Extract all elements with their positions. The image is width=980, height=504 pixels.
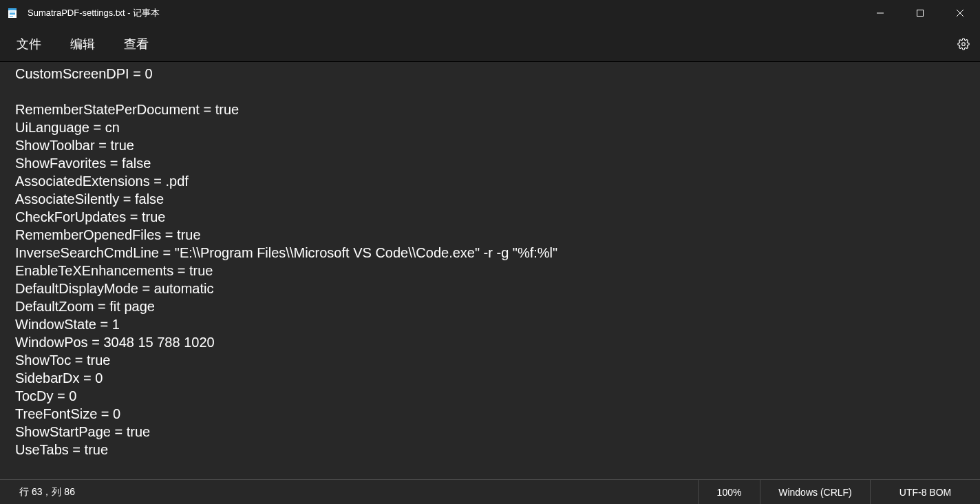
status-bar: 行 63，列 86 100% Windows (CRLF) UTF-8 BOM — [0, 479, 980, 504]
title-bar: SumatraPDF-settings.txt - 记事本 — [0, 0, 980, 26]
status-line-ending[interactable]: Windows (CRLF) — [760, 480, 870, 504]
svg-rect-5 — [10, 16, 13, 17]
menu-edit[interactable]: 编辑 — [63, 32, 102, 56]
status-encoding[interactable]: UTF-8 BOM — [870, 480, 980, 504]
close-button[interactable] — [940, 0, 980, 26]
menu-file[interactable]: 文件 — [10, 32, 48, 56]
status-zoom[interactable]: 100% — [698, 480, 760, 504]
window-controls — [860, 0, 980, 26]
status-position[interactable]: 行 63，列 86 — [0, 486, 75, 498]
settings-button[interactable] — [947, 26, 980, 61]
menu-bar: 文件 编辑 查看 — [0, 26, 980, 62]
svg-rect-1 — [8, 8, 17, 10]
svg-rect-3 — [10, 13, 15, 14]
svg-point-10 — [962, 42, 966, 45]
svg-rect-2 — [10, 12, 15, 12]
text-editor[interactable]: CustomScreenDPI = 0 RememberStatePerDocu… — [0, 62, 980, 479]
window-title: SumatraPDF-settings.txt - 记事本 — [28, 7, 160, 19]
svg-rect-4 — [10, 14, 15, 15]
menu-view[interactable]: 查看 — [117, 32, 156, 56]
maximize-button[interactable] — [900, 0, 940, 26]
svg-rect-7 — [917, 10, 924, 17]
app-icon — [7, 8, 18, 19]
minimize-button[interactable] — [860, 0, 900, 26]
